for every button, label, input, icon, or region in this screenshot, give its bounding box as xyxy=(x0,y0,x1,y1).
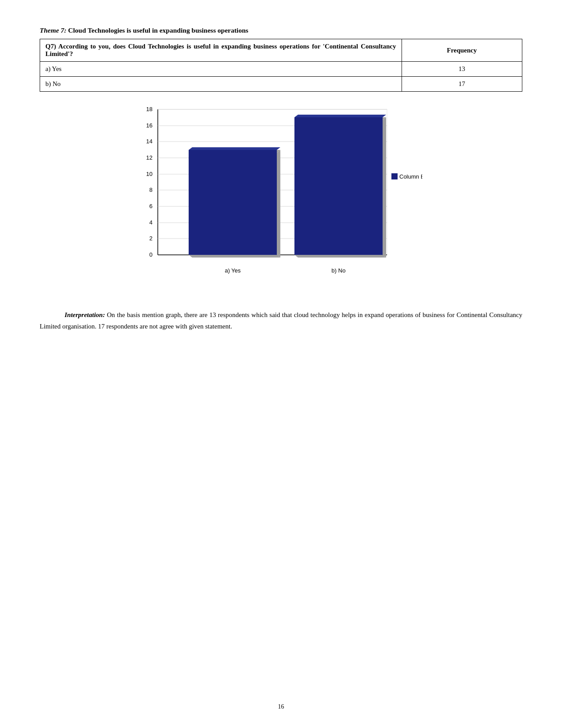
answer-yes-value: 13 xyxy=(402,62,522,77)
svg-text:2: 2 xyxy=(149,235,152,242)
svg-text:b) No: b) No xyxy=(331,267,346,274)
svg-text:12: 12 xyxy=(146,154,152,161)
svg-rect-28 xyxy=(294,117,383,255)
theme-text: Cloud Technologies is useful in expandin… xyxy=(67,26,249,34)
svg-text:Column B: Column B xyxy=(399,173,422,180)
question-cell: Q7) According to you, does Cloud Technol… xyxy=(40,39,402,62)
svg-text:14: 14 xyxy=(146,138,152,145)
interpretation-text: On the basis mention graph, there are 13… xyxy=(40,311,522,330)
svg-text:18: 18 xyxy=(146,106,152,112)
svg-text:16: 16 xyxy=(146,122,152,129)
interpretation-bold: Interpretation: xyxy=(65,311,105,318)
bar-chart: 0 2 4 6 8 10 12 14 16 18 xyxy=(131,105,422,290)
frequency-header: Frequency xyxy=(402,39,522,62)
page: Theme 7: Cloud Technologies is useful in… xyxy=(0,0,562,728)
svg-marker-27 xyxy=(383,117,386,258)
svg-marker-25 xyxy=(189,147,280,150)
page-number: 16 xyxy=(0,703,562,710)
svg-text:4: 4 xyxy=(149,219,152,226)
answer-yes-label: a) Yes xyxy=(40,62,402,77)
svg-rect-34 xyxy=(391,173,398,179)
theme-title: Theme 7: Cloud Technologies is useful in… xyxy=(40,26,522,34)
svg-rect-24 xyxy=(189,150,277,255)
data-table: Q7) According to you, does Cloud Technol… xyxy=(40,39,522,92)
interpretation: Interpretation: On the basis mention gra… xyxy=(40,310,522,332)
svg-text:a) Yes: a) Yes xyxy=(224,267,241,274)
svg-marker-31 xyxy=(294,255,386,258)
svg-text:8: 8 xyxy=(149,187,152,193)
svg-marker-29 xyxy=(294,115,386,117)
answer-no-value: 17 xyxy=(402,77,522,92)
svg-text:10: 10 xyxy=(146,171,152,177)
svg-text:6: 6 xyxy=(149,203,152,209)
chart-container: 0 2 4 6 8 10 12 14 16 18 xyxy=(131,105,431,292)
svg-marker-30 xyxy=(189,255,280,258)
answer-no-label: b) No xyxy=(40,77,402,92)
svg-text:0: 0 xyxy=(149,251,152,258)
svg-marker-23 xyxy=(277,150,280,258)
theme-label: Theme 7: xyxy=(40,26,67,34)
